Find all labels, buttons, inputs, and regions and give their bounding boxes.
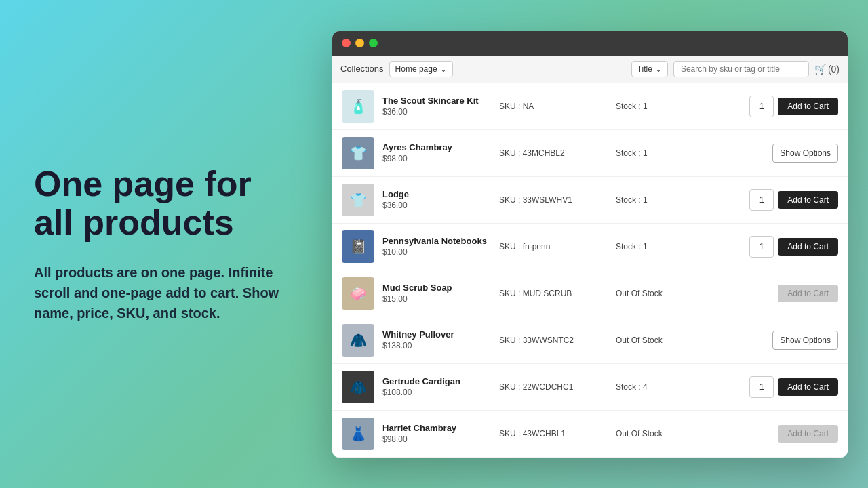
product-action: Show Options [692,331,838,350]
search-input[interactable] [673,61,809,77]
product-sku: SKU : fn-penn [499,242,608,251]
product-image: 📓 [342,230,374,263]
add-to-cart-button[interactable]: Add to Cart [778,378,838,396]
product-stock: Stock : 1 [616,195,684,205]
traffic-light-yellow[interactable] [355,39,364,47]
add-to-cart-button[interactable]: Add to Cart [778,191,838,209]
product-price: $36.00 [382,201,491,210]
product-sku: SKU : 43MCHBL2 [499,148,608,158]
product-action: Add to Cart [692,96,838,117]
product-price: $10.00 [382,247,491,257]
add-to-cart-disabled-button: Add to Cart [778,425,838,443]
product-image: 🧴 [342,90,374,123]
left-panel: One page for all products All products a… [0,124,326,364]
product-image: 👕 [342,184,374,216]
show-options-button[interactable]: Show Options [772,144,838,163]
traffic-light-red[interactable] [342,39,351,47]
table-row: 👕 Lodge $36.00 SKU : 33WSLWHV1 Stock : 1… [332,177,848,224]
qty-input[interactable] [749,189,774,211]
product-name: Whitney Pullover [382,329,491,340]
product-info: The Scout Skincare Kit $36.00 [382,96,491,117]
table-row: 👕 Ayres Chambray $98.00 SKU : 43MCHBL2 S… [332,130,848,177]
product-price: $98.00 [382,434,491,444]
browser-toolbar: Collections Home page ⌄ Title ⌄ 🛒 (0) [332,56,848,83]
collection-dropdown[interactable]: Home page ⌄ [389,61,453,77]
product-image: 🧥 [342,371,374,403]
product-name: The Scout Skincare Kit [382,96,491,106]
product-image: 🧼 [342,277,374,310]
product-name: Lodge [382,189,491,199]
right-panel: Collections Home page ⌄ Title ⌄ 🛒 (0) 🧴 … [326,18,868,471]
product-price: $15.00 [382,294,491,304]
product-price: $98.00 [382,154,491,163]
product-sku: SKU : 22WCDCHC1 [499,382,608,392]
product-stock: Stock : 4 [616,382,684,392]
qty-input[interactable] [749,376,774,398]
qty-input[interactable] [749,236,774,258]
product-name: Pennsylvania Notebooks [382,236,491,246]
product-info: Whitney Pullover $138.00 [382,329,491,350]
browser-titlebar [332,31,848,56]
product-stock: Stock : 1 [616,148,684,158]
product-list: 🧴 The Scout Skincare Kit $36.00 SKU : NA… [332,83,848,458]
product-sku: SKU : 43WCHBL1 [499,429,608,439]
description: All products are on one page. Infinite s… [34,262,292,323]
product-image: 👗 [342,418,374,450]
product-stock: Stock : 1 [616,102,684,111]
table-row: 📓 Pennsylvania Notebooks $10.00 SKU : fn… [332,224,848,270]
product-action: Show Options [692,144,838,163]
product-action: Add to Cart [692,236,838,258]
product-info: Mud Scrub Soap $15.00 [382,283,491,304]
add-to-cart-button[interactable]: Add to Cart [778,98,838,115]
product-price: $138.00 [382,341,491,350]
title-dropdown[interactable]: Title ⌄ [631,61,668,77]
product-sku: SKU : NA [499,102,608,111]
collections-label: Collections [340,64,384,74]
product-stock: Out Of Stock [616,289,684,298]
product-image: 👕 [342,137,374,169]
product-name: Harriet Chambray [382,423,491,433]
product-info: Lodge $36.00 [382,189,491,210]
product-stock: Stock : 1 [616,242,684,251]
table-row: 🧼 Mud Scrub Soap $15.00 SKU : MUD SCRUB … [332,270,848,317]
product-name: Ayres Chambray [382,142,491,152]
product-info: Pennsylvania Notebooks $10.00 [382,236,491,257]
table-row: 🧴 The Scout Skincare Kit $36.00 SKU : NA… [332,83,848,130]
product-sku: SKU : MUD SCRUB [499,289,608,298]
traffic-light-green[interactable] [369,39,378,47]
headline: One page for all products [34,165,292,242]
table-row: 🧥 Whitney Pullover $138.00 SKU : 33WWSNT… [332,317,848,364]
add-to-cart-disabled-button: Add to Cart [778,285,838,302]
add-to-cart-button[interactable]: Add to Cart [778,238,838,256]
product-stock: Out Of Stock [616,336,684,345]
product-price: $108.00 [382,388,491,397]
show-options-button[interactable]: Show Options [772,331,838,350]
product-name: Mud Scrub Soap [382,283,491,293]
product-info: Harriet Chambray $98.00 [382,423,491,444]
product-image: 🧥 [342,324,374,357]
product-sku: SKU : 33WSLWHV1 [499,195,608,205]
product-info: Gertrude Cardigan $108.00 [382,376,491,397]
qty-input[interactable] [749,96,774,117]
product-action: Add to Cart [692,189,838,211]
cart-icon[interactable]: 🛒 (0) [814,64,840,75]
product-action: Add to Cart [692,285,838,302]
product-info: Ayres Chambray $98.00 [382,142,491,163]
browser-window: Collections Home page ⌄ Title ⌄ 🛒 (0) 🧴 … [332,31,848,458]
product-action: Add to Cart [692,425,838,443]
product-name: Gertrude Cardigan [382,376,491,386]
table-row: 🧥 Gertrude Cardigan $108.00 SKU : 22WCDC… [332,364,848,411]
product-price: $36.00 [382,107,491,117]
product-action: Add to Cart [692,376,838,398]
table-row: 👗 Harriet Chambray $98.00 SKU : 43WCHBL1… [332,411,848,458]
product-sku: SKU : 33WWSNTC2 [499,336,608,345]
product-stock: Out Of Stock [616,429,684,439]
